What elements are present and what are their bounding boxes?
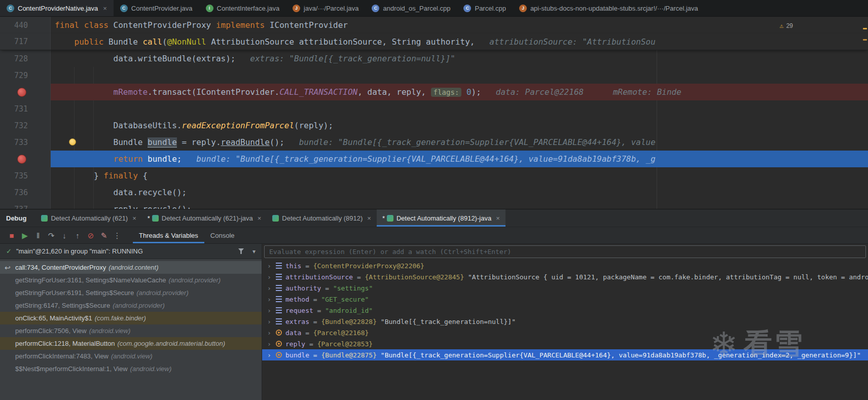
debug-session-tab[interactable]: Detect Automatically (621)× (35, 209, 141, 227)
line-number: 731 (14, 104, 28, 114)
mute-breakpoints-button[interactable]: ⊘ (84, 232, 97, 239)
close-tab-icon[interactable]: × (258, 214, 262, 222)
editor-tab[interactable]: CContentProvider.java (114, 0, 199, 16)
expand-chevron-icon[interactable]: › (267, 351, 275, 359)
resume-button[interactable]: ▶ (18, 232, 31, 239)
variable-row[interactable]: ›reply = {Parcel@22853} (262, 338, 868, 349)
editor-tab[interactable]: Japi-stubs-docs-non-updatable-stubs.srcj… (513, 0, 705, 16)
intention-bulb-icon[interactable] (69, 138, 76, 146)
debug-header: Debug Detect Automatically (621)×*Detect… (0, 209, 868, 227)
code-token: mRemote: Binde (584, 87, 681, 97)
editor-tab[interactable]: Candroid_os_Parcel.cpp (365, 0, 457, 16)
editor[interactable]: 440final class ContentProviderProxy impl… (0, 17, 868, 209)
gutter[interactable]: 728 (0, 50, 51, 67)
gutter[interactable]: 731 (0, 100, 51, 117)
watched-value-icon (276, 330, 282, 336)
gutter[interactable]: 736 (0, 184, 51, 201)
variable-row[interactable]: ›data = {Parcel@22168} (262, 327, 868, 338)
evaluate-expression-button[interactable]: ✎ (97, 232, 111, 239)
close-tab-icon[interactable]: × (103, 5, 107, 12)
step-over-button[interactable]: ↷ (45, 232, 58, 239)
editor-scrollbar[interactable] (861, 17, 868, 209)
variable-row[interactable]: ›bundle = {Bundle@22875} "Bundle[{_track… (262, 349, 868, 360)
stack-frame-row[interactable]: performClickInternal:7483, View(android.… (0, 350, 262, 362)
frame-package: (android.view) (89, 327, 131, 335)
editor-tab[interactable]: CContentProviderNative.java× (0, 0, 114, 16)
expand-chevron-icon[interactable]: › (267, 284, 275, 292)
debug-session-tab[interactable]: Detect Automatically (8912)× (267, 209, 377, 227)
run-config-icon (272, 215, 279, 222)
expand-chevron-icon[interactable]: › (267, 307, 275, 314)
variable-row[interactable]: ›attributionSource = {AttributionSource@… (262, 271, 868, 282)
inspections-widget[interactable]: ⚠ 29 (780, 22, 793, 29)
evaluate-expression-input[interactable] (264, 245, 866, 258)
gutter[interactable]: 729 (0, 67, 51, 84)
expand-chevron-icon[interactable]: › (267, 296, 275, 303)
warning-icon: ⚠ (780, 22, 784, 29)
variable-reference: {ContentProviderProxy@22206} (313, 262, 424, 270)
breakpoint-icon[interactable] (17, 155, 26, 164)
ide-window: CContentProviderNative.java×CContentProv… (0, 0, 868, 400)
gutter[interactable] (0, 151, 51, 167)
frame-package: (android.provider) (168, 276, 221, 284)
expand-chevron-icon[interactable]: › (267, 340, 275, 348)
step-out-button[interactable]: ↑ (71, 232, 84, 239)
tab-threads-variables[interactable]: Threads & Variables (133, 227, 204, 243)
stack-frame-row[interactable]: getStringForUser:6191, Settings$Secure(a… (0, 286, 262, 299)
variable-row[interactable]: ›request = "android_id" (262, 305, 868, 316)
chevron-down-icon[interactable]: ▾ (252, 248, 256, 255)
variable-row[interactable]: ›this = {ContentProviderProxy@22206} (262, 260, 868, 271)
variable-row[interactable]: ›extras = {Bundle@22828} "Bundle[{_track… (262, 316, 868, 327)
thread-selector[interactable]: ✓ "main"@21,620 in group "main": RUNNING… (0, 244, 262, 259)
variable-name: data (285, 329, 301, 337)
close-tab-icon[interactable]: × (132, 214, 136, 222)
breakpoint-icon[interactable] (17, 88, 26, 97)
debug-session-tab[interactable]: *Detect Automatically (621)-java× (142, 209, 267, 227)
step-into-button[interactable]: ↓ (58, 232, 71, 239)
code-line: return bundle; bundle: "Bundle[{_track_g… (51, 154, 656, 164)
close-tab-icon[interactable]: × (496, 214, 500, 222)
code-token: bundle (148, 137, 177, 148)
editor-tab-label: Parcel.cpp (475, 5, 505, 12)
filter-icon[interactable] (238, 248, 244, 254)
editor-line: 737 reply.recycle(); (0, 201, 868, 209)
tab-console[interactable]: Console (204, 227, 241, 243)
code-line: data.recycle(); (51, 188, 187, 197)
gutter[interactable]: 717 (0, 33, 51, 50)
expand-chevron-icon[interactable]: › (267, 262, 275, 270)
stack-frame-row[interactable]: performClick:1218, MaterialButton(com.go… (0, 337, 262, 350)
stack-frame-row[interactable]: $$Nest$mperformClickInternal:1, View(and… (0, 362, 262, 375)
gutter[interactable]: 732 (0, 117, 51, 134)
stack-frame-row[interactable]: onClick:65, MainActivity$1(com.fake.bind… (0, 312, 262, 324)
stack-frame-row[interactable]: getString:6147, Settings$Secure(android.… (0, 299, 262, 312)
stack-frame-row[interactable]: getStringForUser:3161, Settings$NameValu… (0, 274, 262, 286)
more-options-button[interactable]: ⋮ (111, 232, 124, 239)
gutter[interactable]: 737 (0, 201, 51, 209)
gutter[interactable]: 733 (0, 134, 51, 151)
run-config-icon (41, 215, 48, 222)
editor-line: 733 Bundle bundle = reply.readBundle(); … (0, 134, 868, 151)
stack-frame-row[interactable]: performClick:7506, View(android.view) (0, 324, 262, 337)
stop-button[interactable]: ■ (5, 232, 18, 239)
frame-location: getStringForUser:6191, Settings$Secure (15, 289, 134, 297)
expand-chevron-icon[interactable]: › (267, 273, 275, 281)
variable-row[interactable]: ›authority = "settings" (262, 282, 868, 294)
variable-reference: {Bundle@22875} (321, 351, 380, 359)
gutter[interactable]: 440 (0, 17, 51, 33)
expand-chevron-icon[interactable]: › (267, 318, 275, 325)
gutter[interactable]: 735 (0, 167, 51, 184)
code-token: data.recycle(); (55, 188, 187, 197)
variable-row[interactable]: ›method = "GET_secure" (262, 294, 868, 305)
expand-chevron-icon[interactable]: › (267, 329, 275, 337)
pause-button[interactable]: ‖ (31, 232, 45, 239)
variable-reference: {Parcel@22853} (317, 340, 373, 348)
code-token: mRemote (114, 87, 148, 97)
session-tab-label: Detect Automatically (8912) (282, 214, 363, 222)
stack-frame-row[interactable]: ↩call:734, ContentProviderProxy(android.… (0, 261, 262, 274)
editor-tab[interactable]: CParcel.cpp (457, 0, 512, 16)
gutter[interactable] (0, 84, 51, 100)
close-tab-icon[interactable]: × (367, 214, 371, 222)
debug-session-tab[interactable]: *Detect Automatically (8912)-java× (377, 209, 505, 227)
editor-tab[interactable]: IContentInterface.java (199, 0, 286, 16)
editor-tab[interactable]: Jjava/···/Parcel.java (286, 0, 365, 16)
